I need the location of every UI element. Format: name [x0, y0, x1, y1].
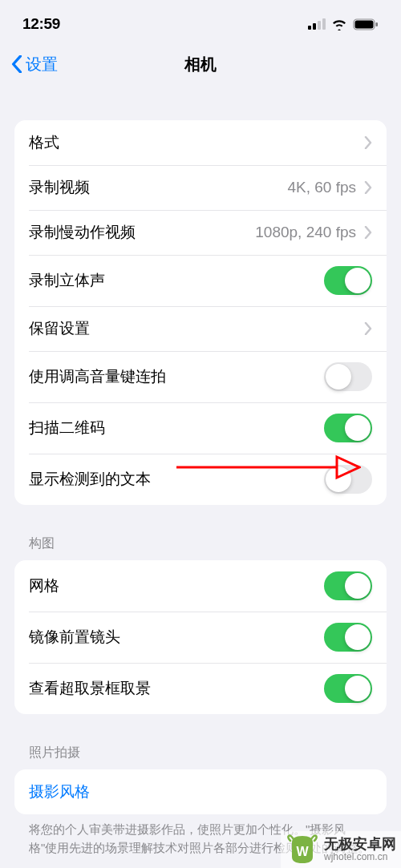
row-preserve-settings[interactable]: 保留设置: [14, 306, 387, 351]
toggle-detected-text[interactable]: [324, 465, 372, 494]
row-value: 4K, 60 fps: [287, 179, 356, 196]
back-label: 设置: [26, 54, 58, 75]
chevron-left-icon: [11, 55, 22, 73]
section-header-composition: 构图: [14, 535, 387, 560]
status-icons: [308, 18, 379, 30]
chevron-right-icon: [364, 322, 372, 335]
watermark-logo-icon: W: [286, 834, 319, 865]
camera-settings-group: 格式 录制视频 4K, 60 fps 录制慢动作视频 1080p, 240 fp…: [14, 120, 387, 505]
svg-rect-3: [322, 18, 326, 30]
composition-group: 网格 镜像前置镜头 查看超取景框取景: [14, 560, 387, 714]
watermark: W 无极安卓网 wjhotel.com.cn: [281, 831, 401, 868]
battery-icon: [353, 18, 379, 30]
page-title: 相机: [184, 54, 217, 75]
row-volume-burst: 使用调高音量键连拍: [14, 351, 387, 402]
svg-rect-1: [313, 23, 316, 30]
wifi-icon: [331, 18, 347, 30]
row-detected-text: 显示检测到的文本: [14, 454, 387, 505]
row-scan-qr: 扫描二维码: [14, 402, 387, 454]
row-stereo: 录制立体声: [14, 255, 387, 306]
watermark-url: wjhotel.com.cn: [324, 852, 396, 862]
toggle-outside-frame[interactable]: [324, 674, 372, 703]
svg-rect-5: [355, 20, 374, 28]
row-grid: 网格: [14, 560, 387, 612]
row-label: 显示检测到的文本: [29, 469, 151, 490]
row-label: 格式: [29, 132, 59, 153]
svg-rect-6: [376, 22, 379, 26]
row-value: 1080p, 240 fps: [255, 224, 356, 241]
chevron-right-icon: [364, 226, 372, 239]
status-bar: 12:59: [0, 0, 401, 43]
row-label: 摄影风格: [29, 781, 90, 802]
row-formats[interactable]: 格式: [14, 120, 387, 165]
row-label: 镜像前置镜头: [29, 627, 120, 648]
row-label: 录制视频: [29, 177, 90, 198]
row-outside-frame: 查看超取景框取景: [14, 663, 387, 714]
status-time: 12:59: [22, 15, 60, 33]
row-photo-styles[interactable]: 摄影风格: [14, 769, 387, 814]
capture-group: 摄影风格: [14, 769, 387, 814]
row-label: 网格: [29, 575, 59, 596]
row-label: 录制慢动作视频: [29, 222, 136, 243]
cellular-icon: [308, 18, 326, 30]
row-label: 查看超取景框取景: [29, 678, 151, 699]
svg-text:W: W: [296, 845, 309, 858]
row-mirror-front: 镜像前置镜头: [14, 612, 387, 663]
toggle-mirror-front[interactable]: [324, 623, 372, 652]
row-label: 使用调高音量键连拍: [29, 366, 166, 387]
row-record-video[interactable]: 录制视频 4K, 60 fps: [14, 165, 387, 210]
row-label: 保留设置: [29, 318, 90, 339]
row-record-slomo[interactable]: 录制慢动作视频 1080p, 240 fps: [14, 210, 387, 255]
row-label: 录制立体声: [29, 270, 105, 291]
nav-bar: 设置 相机: [0, 43, 401, 88]
svg-rect-2: [318, 21, 321, 30]
toggle-stereo[interactable]: [324, 266, 372, 295]
chevron-right-icon: [364, 181, 372, 194]
toggle-volume-burst[interactable]: [324, 362, 372, 391]
watermark-title: 无极安卓网: [324, 837, 396, 853]
svg-rect-0: [308, 26, 311, 30]
toggle-grid[interactable]: [324, 571, 372, 600]
back-button[interactable]: 设置: [11, 54, 58, 75]
section-header-capture: 照片拍摄: [14, 745, 387, 769]
row-label: 扫描二维码: [29, 418, 105, 438]
chevron-right-icon: [364, 136, 372, 149]
toggle-scan-qr[interactable]: [324, 414, 372, 442]
